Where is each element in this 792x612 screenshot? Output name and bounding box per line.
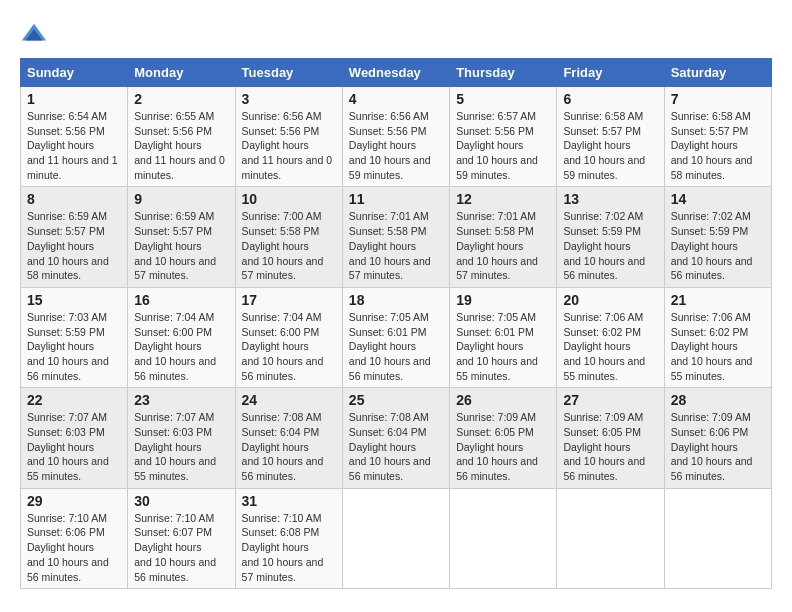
calendar-cell: 31 Sunrise: 7:10 AM Sunset: 6:08 PM Dayl… bbox=[235, 488, 342, 588]
day-info: Sunrise: 7:06 AM Sunset: 6:02 PM Dayligh… bbox=[671, 310, 765, 383]
day-info: Sunrise: 6:56 AM Sunset: 5:56 PM Dayligh… bbox=[349, 109, 443, 182]
day-number: 12 bbox=[456, 191, 550, 207]
day-number: 29 bbox=[27, 493, 121, 509]
day-info: Sunrise: 7:07 AM Sunset: 6:03 PM Dayligh… bbox=[134, 410, 228, 483]
day-info: Sunrise: 7:02 AM Sunset: 5:59 PM Dayligh… bbox=[563, 209, 657, 282]
logo-icon bbox=[20, 20, 48, 48]
column-header-thursday: Thursday bbox=[450, 59, 557, 87]
logo bbox=[20, 20, 52, 48]
calendar-table: SundayMondayTuesdayWednesdayThursdayFrid… bbox=[20, 58, 772, 589]
day-info: Sunrise: 7:03 AM Sunset: 5:59 PM Dayligh… bbox=[27, 310, 121, 383]
day-info: Sunrise: 7:06 AM Sunset: 6:02 PM Dayligh… bbox=[563, 310, 657, 383]
calendar-cell: 4 Sunrise: 6:56 AM Sunset: 5:56 PM Dayli… bbox=[342, 87, 449, 187]
day-info: Sunrise: 6:57 AM Sunset: 5:56 PM Dayligh… bbox=[456, 109, 550, 182]
day-number: 9 bbox=[134, 191, 228, 207]
calendar-cell: 8 Sunrise: 6:59 AM Sunset: 5:57 PM Dayli… bbox=[21, 187, 128, 287]
day-number: 30 bbox=[134, 493, 228, 509]
column-header-monday: Monday bbox=[128, 59, 235, 87]
calendar-week-row: 29 Sunrise: 7:10 AM Sunset: 6:06 PM Dayl… bbox=[21, 488, 772, 588]
calendar-cell: 17 Sunrise: 7:04 AM Sunset: 6:00 PM Dayl… bbox=[235, 287, 342, 387]
calendar-cell: 5 Sunrise: 6:57 AM Sunset: 5:56 PM Dayli… bbox=[450, 87, 557, 187]
calendar-cell: 3 Sunrise: 6:56 AM Sunset: 5:56 PM Dayli… bbox=[235, 87, 342, 187]
day-number: 25 bbox=[349, 392, 443, 408]
day-info: Sunrise: 6:56 AM Sunset: 5:56 PM Dayligh… bbox=[242, 109, 336, 182]
calendar-cell: 22 Sunrise: 7:07 AM Sunset: 6:03 PM Dayl… bbox=[21, 388, 128, 488]
day-info: Sunrise: 7:01 AM Sunset: 5:58 PM Dayligh… bbox=[456, 209, 550, 282]
page-header bbox=[20, 20, 772, 48]
day-info: Sunrise: 7:10 AM Sunset: 6:07 PM Dayligh… bbox=[134, 511, 228, 584]
calendar-cell: 18 Sunrise: 7:05 AM Sunset: 6:01 PM Dayl… bbox=[342, 287, 449, 387]
column-header-friday: Friday bbox=[557, 59, 664, 87]
calendar-cell: 19 Sunrise: 7:05 AM Sunset: 6:01 PM Dayl… bbox=[450, 287, 557, 387]
day-number: 5 bbox=[456, 91, 550, 107]
calendar-cell: 26 Sunrise: 7:09 AM Sunset: 6:05 PM Dayl… bbox=[450, 388, 557, 488]
calendar-week-row: 8 Sunrise: 6:59 AM Sunset: 5:57 PM Dayli… bbox=[21, 187, 772, 287]
column-header-saturday: Saturday bbox=[664, 59, 771, 87]
column-header-tuesday: Tuesday bbox=[235, 59, 342, 87]
day-number: 27 bbox=[563, 392, 657, 408]
calendar-cell: 13 Sunrise: 7:02 AM Sunset: 5:59 PM Dayl… bbox=[557, 187, 664, 287]
day-number: 18 bbox=[349, 292, 443, 308]
day-info: Sunrise: 6:58 AM Sunset: 5:57 PM Dayligh… bbox=[563, 109, 657, 182]
day-info: Sunrise: 7:05 AM Sunset: 6:01 PM Dayligh… bbox=[456, 310, 550, 383]
day-number: 17 bbox=[242, 292, 336, 308]
day-info: Sunrise: 6:54 AM Sunset: 5:56 PM Dayligh… bbox=[27, 109, 121, 182]
day-number: 22 bbox=[27, 392, 121, 408]
day-number: 13 bbox=[563, 191, 657, 207]
calendar-cell: 27 Sunrise: 7:09 AM Sunset: 6:05 PM Dayl… bbox=[557, 388, 664, 488]
calendar-cell: 12 Sunrise: 7:01 AM Sunset: 5:58 PM Dayl… bbox=[450, 187, 557, 287]
day-info: Sunrise: 7:08 AM Sunset: 6:04 PM Dayligh… bbox=[242, 410, 336, 483]
day-number: 28 bbox=[671, 392, 765, 408]
calendar-cell: 2 Sunrise: 6:55 AM Sunset: 5:56 PM Dayli… bbox=[128, 87, 235, 187]
calendar-cell bbox=[342, 488, 449, 588]
column-header-wednesday: Wednesday bbox=[342, 59, 449, 87]
day-info: Sunrise: 7:07 AM Sunset: 6:03 PM Dayligh… bbox=[27, 410, 121, 483]
calendar-cell bbox=[664, 488, 771, 588]
day-info: Sunrise: 7:01 AM Sunset: 5:58 PM Dayligh… bbox=[349, 209, 443, 282]
day-info: Sunrise: 7:04 AM Sunset: 6:00 PM Dayligh… bbox=[242, 310, 336, 383]
calendar-cell: 10 Sunrise: 7:00 AM Sunset: 5:58 PM Dayl… bbox=[235, 187, 342, 287]
calendar-cell: 25 Sunrise: 7:08 AM Sunset: 6:04 PM Dayl… bbox=[342, 388, 449, 488]
calendar-header-row: SundayMondayTuesdayWednesdayThursdayFrid… bbox=[21, 59, 772, 87]
day-number: 11 bbox=[349, 191, 443, 207]
day-info: Sunrise: 6:55 AM Sunset: 5:56 PM Dayligh… bbox=[134, 109, 228, 182]
day-number: 1 bbox=[27, 91, 121, 107]
calendar-week-row: 22 Sunrise: 7:07 AM Sunset: 6:03 PM Dayl… bbox=[21, 388, 772, 488]
day-number: 2 bbox=[134, 91, 228, 107]
day-number: 20 bbox=[563, 292, 657, 308]
calendar-cell: 6 Sunrise: 6:58 AM Sunset: 5:57 PM Dayli… bbox=[557, 87, 664, 187]
day-number: 6 bbox=[563, 91, 657, 107]
day-number: 8 bbox=[27, 191, 121, 207]
calendar-cell: 16 Sunrise: 7:04 AM Sunset: 6:00 PM Dayl… bbox=[128, 287, 235, 387]
calendar-cell: 28 Sunrise: 7:09 AM Sunset: 6:06 PM Dayl… bbox=[664, 388, 771, 488]
day-info: Sunrise: 7:05 AM Sunset: 6:01 PM Dayligh… bbox=[349, 310, 443, 383]
day-number: 31 bbox=[242, 493, 336, 509]
calendar-cell: 23 Sunrise: 7:07 AM Sunset: 6:03 PM Dayl… bbox=[128, 388, 235, 488]
day-info: Sunrise: 7:09 AM Sunset: 6:05 PM Dayligh… bbox=[563, 410, 657, 483]
day-info: Sunrise: 7:08 AM Sunset: 6:04 PM Dayligh… bbox=[349, 410, 443, 483]
day-info: Sunrise: 7:09 AM Sunset: 6:06 PM Dayligh… bbox=[671, 410, 765, 483]
calendar-cell: 7 Sunrise: 6:58 AM Sunset: 5:57 PM Dayli… bbox=[664, 87, 771, 187]
day-number: 19 bbox=[456, 292, 550, 308]
day-info: Sunrise: 7:10 AM Sunset: 6:06 PM Dayligh… bbox=[27, 511, 121, 584]
day-info: Sunrise: 6:59 AM Sunset: 5:57 PM Dayligh… bbox=[27, 209, 121, 282]
calendar-cell: 24 Sunrise: 7:08 AM Sunset: 6:04 PM Dayl… bbox=[235, 388, 342, 488]
day-number: 10 bbox=[242, 191, 336, 207]
column-header-sunday: Sunday bbox=[21, 59, 128, 87]
calendar-cell: 1 Sunrise: 6:54 AM Sunset: 5:56 PM Dayli… bbox=[21, 87, 128, 187]
calendar-cell: 30 Sunrise: 7:10 AM Sunset: 6:07 PM Dayl… bbox=[128, 488, 235, 588]
day-info: Sunrise: 7:02 AM Sunset: 5:59 PM Dayligh… bbox=[671, 209, 765, 282]
calendar-cell: 21 Sunrise: 7:06 AM Sunset: 6:02 PM Dayl… bbox=[664, 287, 771, 387]
day-number: 7 bbox=[671, 91, 765, 107]
day-number: 16 bbox=[134, 292, 228, 308]
day-number: 21 bbox=[671, 292, 765, 308]
calendar-cell: 9 Sunrise: 6:59 AM Sunset: 5:57 PM Dayli… bbox=[128, 187, 235, 287]
day-number: 23 bbox=[134, 392, 228, 408]
day-info: Sunrise: 7:04 AM Sunset: 6:00 PM Dayligh… bbox=[134, 310, 228, 383]
calendar-cell: 14 Sunrise: 7:02 AM Sunset: 5:59 PM Dayl… bbox=[664, 187, 771, 287]
day-number: 3 bbox=[242, 91, 336, 107]
day-info: Sunrise: 7:00 AM Sunset: 5:58 PM Dayligh… bbox=[242, 209, 336, 282]
day-info: Sunrise: 7:09 AM Sunset: 6:05 PM Dayligh… bbox=[456, 410, 550, 483]
day-number: 14 bbox=[671, 191, 765, 207]
day-info: Sunrise: 6:58 AM Sunset: 5:57 PM Dayligh… bbox=[671, 109, 765, 182]
